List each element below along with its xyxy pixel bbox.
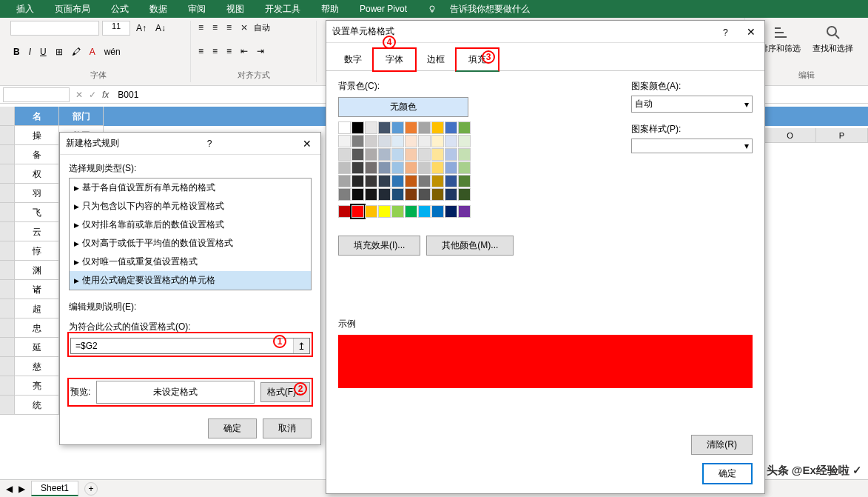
col-p-header[interactable]: P [816, 128, 868, 142]
tab-powerpivot[interactable]: Power Pivot [349, 4, 417, 14]
color-swatch[interactable] [351, 161, 364, 174]
tab-view[interactable]: 视图 [216, 3, 255, 16]
color-swatch[interactable] [458, 121, 471, 134]
color-swatch[interactable] [431, 188, 444, 201]
color-swatch[interactable] [378, 188, 391, 201]
color-swatch[interactable] [365, 121, 377, 134]
rule-option-0[interactable]: ▶基于各自值设置所有单元格的格式 [70, 179, 311, 197]
tab-layout[interactable]: 页面布局 [44, 3, 101, 16]
align-left-btn[interactable]: ≡ [195, 44, 206, 58]
color-swatch[interactable] [351, 148, 364, 161]
range-picker-btn[interactable]: ↥ [293, 338, 309, 353]
underline-btn[interactable]: U [37, 45, 50, 59]
color-swatch[interactable] [391, 121, 404, 134]
color-swatch[interactable] [431, 148, 444, 161]
indent-dec-btn[interactable]: ⇤ [238, 44, 251, 58]
color-swatch[interactable] [431, 121, 444, 134]
color-swatch[interactable] [458, 175, 471, 187]
color-swatch[interactable] [458, 161, 471, 174]
color-swatch[interactable] [445, 148, 457, 161]
color-swatch[interactable] [365, 205, 377, 218]
color-swatch[interactable] [391, 148, 404, 161]
color-swatch[interactable] [378, 161, 391, 174]
dlg1-close-icon[interactable]: ✕ [300, 138, 314, 150]
color-swatch[interactable] [405, 121, 417, 134]
color-swatch[interactable] [418, 175, 431, 187]
orientation-btn[interactable]: ⤬ [238, 21, 251, 34]
color-swatch[interactable] [338, 121, 351, 134]
sheet-nav-first[interactable]: ◀ [6, 484, 13, 494]
color-swatch[interactable] [351, 175, 364, 187]
color-swatch[interactable] [418, 161, 431, 174]
color-swatch[interactable] [431, 175, 444, 187]
color-swatch[interactable] [418, 205, 431, 218]
align-bot-btn[interactable]: ≡ [223, 21, 235, 34]
color-swatch[interactable] [445, 161, 457, 174]
tab-data[interactable]: 数据 [139, 3, 178, 16]
indent-inc-btn[interactable]: ⇥ [254, 44, 267, 58]
align-top-btn[interactable]: ≡ [195, 21, 206, 34]
color-swatch[interactable] [365, 148, 377, 161]
color-swatch[interactable] [351, 188, 364, 201]
rule-option-3[interactable]: ▶仅对高于或低于平均值的数值设置格式 [70, 234, 311, 253]
sheet-nav-last[interactable]: ▶ [18, 484, 25, 494]
rule-option-2[interactable]: ▶仅对排名靠前或靠后的数值设置格式 [70, 216, 311, 234]
more-colors-button[interactable]: 其他颜色(M)... [426, 236, 514, 256]
color-swatch[interactable] [418, 148, 431, 161]
align-mid-btn[interactable]: ≡ [209, 21, 221, 34]
dlg1-ok-button[interactable]: 确定 [208, 418, 257, 438]
color-swatch[interactable] [458, 135, 471, 147]
add-sheet-btn[interactable]: + [84, 482, 98, 496]
color-swatch[interactable] [431, 205, 444, 218]
color-swatch[interactable] [338, 175, 351, 187]
name-box[interactable] [3, 87, 70, 102]
color-swatch[interactable] [365, 175, 377, 187]
color-swatch[interactable] [391, 175, 404, 187]
color-swatch[interactable] [351, 121, 364, 134]
color-swatch[interactable] [378, 148, 391, 161]
dlg2-ok-button[interactable]: 确定 [702, 463, 753, 484]
color-swatch[interactable] [458, 148, 471, 161]
color-swatch[interactable] [351, 205, 364, 218]
color-swatch[interactable] [365, 135, 377, 147]
fill-color-btn[interactable]: 🖍 [69, 45, 84, 59]
color-swatch[interactable] [445, 121, 457, 134]
color-swatch[interactable] [405, 148, 417, 161]
rule-formula-input[interactable] [71, 338, 293, 353]
color-swatch[interactable] [378, 205, 391, 218]
tab-formulas[interactable]: 公式 [101, 3, 139, 16]
font-color-btn[interactable]: A [87, 45, 98, 59]
increase-font-btn[interactable]: A↑ [133, 21, 149, 35]
color-swatch[interactable] [458, 188, 471, 201]
tab-dev[interactable]: 开发工具 [255, 3, 311, 16]
clear-button[interactable]: 清除(R) [691, 435, 753, 455]
align-right-btn[interactable]: ≡ [223, 44, 235, 58]
pattern-style-select[interactable]: ▾ [631, 139, 753, 153]
rule-option-5[interactable]: ▶使用公式确定要设置格式的单元格 [70, 271, 311, 290]
color-swatch[interactable] [418, 188, 431, 201]
color-swatch[interactable] [405, 135, 417, 147]
color-swatch[interactable] [338, 188, 351, 201]
col-o-header[interactable]: O [764, 128, 816, 142]
dlg1-help-icon[interactable]: ? [207, 139, 212, 149]
rule-option-1[interactable]: ▶只为包含以下内容的单元格设置格式 [70, 197, 311, 216]
color-swatch[interactable] [405, 161, 417, 174]
fill-effect-button[interactable]: 填充效果(I)... [338, 236, 420, 256]
dlg1-cancel-button[interactable]: 取消 [263, 418, 312, 438]
dlg2-close-icon[interactable]: ✕ [744, 26, 758, 38]
color-swatch[interactable] [405, 175, 417, 187]
tab-help[interactable]: 帮助 [311, 3, 349, 16]
tab-font[interactable]: 字体 [372, 47, 417, 72]
color-swatch[interactable] [365, 188, 377, 201]
color-swatch[interactable] [431, 161, 444, 174]
color-swatch[interactable] [445, 135, 457, 147]
cancel-icon[interactable]: ✕ [75, 90, 83, 100]
color-swatch[interactable] [391, 188, 404, 201]
color-swatch[interactable] [391, 135, 404, 147]
color-swatch[interactable] [338, 148, 351, 161]
color-swatch[interactable] [338, 205, 351, 218]
color-swatch[interactable] [391, 205, 404, 218]
color-swatch[interactable] [338, 161, 351, 174]
align-center-btn[interactable]: ≡ [209, 44, 221, 58]
tab-number[interactable]: 数字 [332, 49, 374, 70]
